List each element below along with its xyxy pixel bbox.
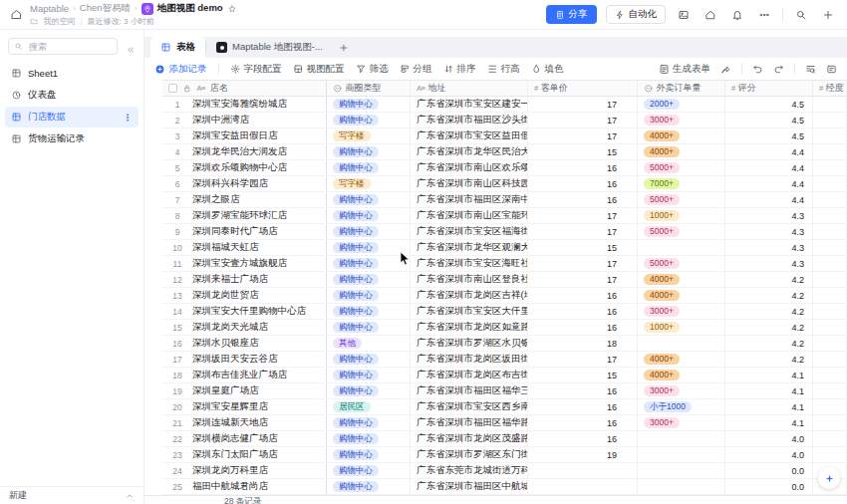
cell-longitude[interactable] [813, 368, 847, 382]
cell-longitude[interactable] [813, 128, 847, 143]
cell-delivery-orders[interactable]: 5000+ [638, 192, 725, 207]
cell-store-name[interactable]: 23深圳东门太阳广场店 [162, 447, 327, 462]
ai-assistant-button[interactable] [818, 467, 840, 489]
widget-icon[interactable] [702, 6, 719, 24]
cell-avg-price[interactable]: 16 [528, 176, 638, 191]
cell-business-type[interactable]: 购物中心 [327, 320, 411, 335]
cell-avg-price[interactable]: 15 [528, 240, 638, 255]
cell-business-type[interactable]: 购物中心 [327, 272, 411, 287]
cell-longitude[interactable] [813, 304, 847, 319]
cell-store-name[interactable]: 2深圳中洲湾店 [162, 113, 327, 127]
cell-store-name[interactable]: 11深圳宝安壹方城旗舰店 [162, 256, 327, 271]
cell-store-name[interactable]: 13深圳龙岗世贸店 [162, 288, 327, 303]
cell-business-type[interactable]: 购物中心 [327, 208, 411, 223]
expand-record-icon[interactable] [826, 64, 837, 75]
cell-rating[interactable]: 0.0 [725, 479, 813, 494]
cell-address[interactable]: 广东省深圳市宝安区海旺社区n12区壹方… [411, 256, 528, 271]
cell-address[interactable]: 广东省深圳市宝安区建安一路海雅缤纷… [411, 97, 528, 112]
cell-rating[interactable]: 4.1 [725, 415, 813, 430]
cell-rating[interactable]: 4.5 [725, 97, 813, 112]
cell-store-name[interactable]: 5深圳欢乐颂购物中心店 [162, 160, 327, 175]
cell-address[interactable]: 广东省深圳市龙华区民治大道318号嘉熙… [411, 144, 528, 159]
favorite-star-icon[interactable] [227, 4, 237, 14]
cell-business-type[interactable]: 购物中心 [327, 288, 411, 303]
cell-store-name[interactable]: 10深圳福城天虹店 [162, 240, 327, 255]
cell-longitude[interactable] [813, 336, 847, 351]
tab-table-view[interactable]: 表格 [150, 37, 205, 58]
cell-avg-price[interactable]: 16 [528, 383, 638, 398]
cell-avg-price[interactable]: 17 [528, 97, 638, 112]
new-button[interactable]: 新建 [9, 489, 27, 502]
view-config-button[interactable]: 视图配置 [293, 63, 345, 76]
home-icon[interactable] [10, 8, 23, 21]
cell-store-name[interactable]: 6深圳科兴科学园店 [162, 176, 327, 191]
cell-avg-price[interactable]: 17 [528, 272, 638, 287]
cell-business-type[interactable]: 购物中心 [327, 383, 411, 398]
cell-rating[interactable]: 4.0 [725, 447, 813, 462]
cell-rating[interactable]: 4.4 [725, 176, 813, 191]
cell-longitude[interactable] [813, 160, 847, 175]
sidebar-item-sheet1[interactable]: Sheet1 [5, 63, 139, 84]
cell-avg-price[interactable]: 16 [528, 192, 638, 207]
cell-store-name[interactable]: 20深圳宝安星辉里店 [162, 399, 327, 414]
cell-delivery-orders[interactable]: 3000+ [638, 383, 725, 398]
cell-store-name[interactable]: 14深圳宝安大仟里购物中心店 [162, 304, 327, 319]
cell-store-name[interactable]: 1深圳宝安海雅缤纷城店 [162, 97, 327, 112]
cell-avg-price[interactable]: 19 [528, 447, 638, 462]
cell-business-type[interactable]: 购物中心 [327, 160, 411, 175]
cell-address[interactable]: 广东省深圳市南山区宝能环球汇(西丽店… [411, 208, 528, 223]
search-icon[interactable] [792, 6, 810, 24]
cell-address[interactable]: 广东省深圳市龙岗区坂田街道天安云谷… [411, 352, 528, 367]
cell-business-type[interactable]: 购物中心 [327, 479, 411, 494]
row-height-button[interactable]: 行高 [487, 63, 520, 76]
cell-avg-price[interactable]: 16 [528, 415, 638, 430]
cell-longitude[interactable] [813, 447, 847, 462]
cell-delivery-orders[interactable]: 4000+ [638, 272, 725, 287]
cell-longitude[interactable] [813, 399, 847, 414]
cell-address[interactable]: 广东省深圳市南山区登良社区南海大道2… [411, 272, 528, 287]
column-header-avg-price[interactable]: # 客单价 [528, 81, 638, 96]
cell-store-name[interactable]: 19深圳皇庭广场店 [162, 383, 327, 398]
cell-longitude[interactable] [813, 224, 847, 239]
cell-business-type[interactable]: 购物中心 [327, 97, 411, 112]
cell-delivery-orders[interactable] [638, 240, 725, 255]
cell-business-type[interactable]: 购物中心 [327, 256, 411, 271]
cell-address[interactable]: 广东省东莞市龙城街道万科里J1-018号 [411, 463, 528, 478]
cell-delivery-orders[interactable] [638, 431, 725, 446]
cell-store-name[interactable]: 9深圳同泰时代广场店 [162, 224, 327, 239]
cell-avg-price[interactable]: 16 [528, 320, 638, 335]
cell-business-type[interactable]: 购物中心 [327, 240, 411, 255]
item-more-icon[interactable] [123, 113, 133, 123]
cell-business-type[interactable]: 购物中心 [327, 192, 411, 207]
cell-business-type[interactable]: 写字楼 [327, 128, 411, 143]
cell-longitude[interactable] [813, 97, 847, 112]
cell-address[interactable]: 广东省深圳市龙华区观澜大道117号福城… [411, 240, 528, 255]
cell-longitude[interactable] [813, 256, 847, 271]
cell-rating[interactable]: 4.3 [725, 240, 813, 255]
cell-longitude[interactable] [813, 192, 847, 207]
cell-store-name[interactable]: 15深圳龙岗天光城店 [162, 320, 327, 335]
cell-rating[interactable]: 4.5 [725, 113, 813, 127]
cell-address[interactable]: 广东省深圳市宝安区西乡南昌富士君荟 [411, 399, 528, 414]
cell-business-type[interactable]: 购物中心 [327, 224, 411, 239]
cell-store-name[interactable]: 18深圳布吉佳兆业广场店 [162, 368, 327, 382]
cell-business-type[interactable]: 居民区 [327, 399, 411, 414]
cell-business-type[interactable]: 其他 [327, 336, 411, 351]
cell-delivery-orders[interactable]: 4000+ [638, 368, 725, 382]
sort-button[interactable]: 排序 [443, 63, 476, 76]
cell-longitude[interactable] [813, 320, 847, 335]
sidebar-item-shipping-records[interactable]: 货物运输记录 [5, 128, 139, 149]
cell-address[interactable]: 广东省深圳市宝安区大仟里购物中心(宝… [411, 304, 528, 319]
sidebar-item-dashboard[interactable]: 仪表盘 [5, 85, 139, 106]
cell-delivery-orders[interactable]: 2000+ [638, 97, 725, 112]
cell-business-type[interactable]: 购物中心 [327, 144, 411, 159]
cell-store-name[interactable]: 12深圳来福士广场店 [162, 272, 327, 287]
cell-rating[interactable]: 4.1 [725, 383, 813, 398]
cell-avg-price[interactable]: 16 [528, 160, 638, 175]
column-header-rating[interactable]: # 评分 [725, 81, 813, 96]
group-button[interactable]: 分组 [400, 63, 432, 76]
cell-delivery-orders[interactable]: 5000+ [638, 224, 725, 239]
cell-delivery-orders[interactable]: 7000+ [638, 176, 725, 191]
cell-longitude[interactable] [813, 383, 847, 398]
cell-delivery-orders[interactable]: 5000+ [638, 160, 725, 175]
